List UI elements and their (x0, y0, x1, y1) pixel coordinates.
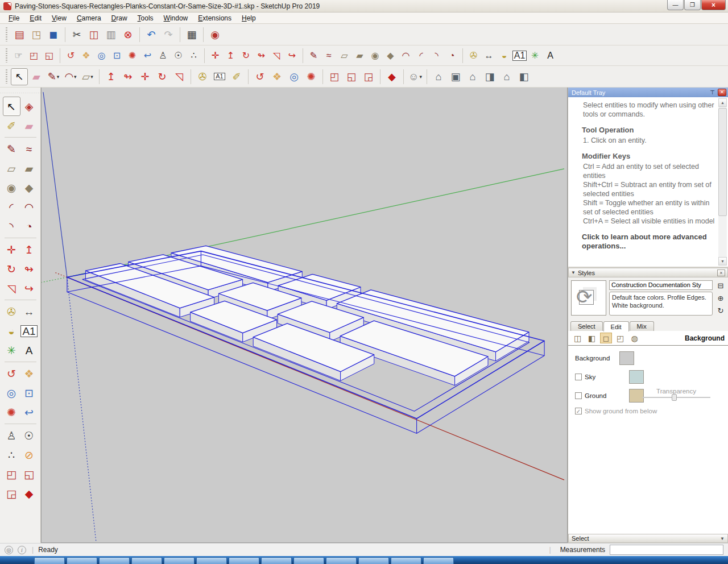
zoom-extents-tool[interactable]: ✺ (3, 403, 20, 422)
transparency-slider[interactable] (642, 397, 710, 398)
follow-me-tool[interactable]: ↬ (254, 48, 269, 63)
line-tool[interactable]: ✎▾ (45, 68, 62, 85)
zoom-window-tool[interactable]: ⊡ (109, 48, 125, 63)
view-top-tool[interactable]: ▣ (447, 68, 464, 85)
dimension-tool[interactable]: ↔ (481, 48, 497, 63)
line-tool[interactable]: ✎ (3, 139, 20, 159)
sky-color-swatch[interactable] (629, 370, 644, 384)
select-collapsed-panel[interactable]: Select ▼ (568, 534, 728, 543)
text-tool[interactable]: A1 (211, 68, 228, 85)
create-style-icon[interactable]: ⊕ (718, 294, 724, 302)
menu-item-camera[interactable]: Camera (72, 13, 106, 23)
zoom-window-tool[interactable]: ⊡ (20, 383, 38, 403)
orbit-tool[interactable]: ↺ (3, 364, 20, 383)
undo-tool[interactable]: ↶ (143, 26, 160, 43)
pan-tool[interactable]: ❖ (268, 68, 286, 85)
view-back-tool[interactable]: ⌂ (498, 68, 515, 85)
taskbar-item[interactable] (261, 557, 292, 564)
arc-tool[interactable]: ◠▾ (62, 68, 79, 85)
transparency-slider-thumb[interactable] (672, 394, 677, 401)
taskbar-item[interactable] (293, 557, 324, 564)
zoom-tool[interactable]: ◎ (94, 48, 109, 63)
tab-select[interactable]: Select (570, 321, 603, 331)
push-pull-tool[interactable]: ↥ (20, 240, 38, 259)
push-pull-tool[interactable]: ↥ (102, 68, 119, 85)
menu-item-tools[interactable]: Tools (133, 13, 159, 23)
rotated-rectangle-tool[interactable]: ▰ (20, 159, 38, 178)
style-name-field[interactable]: Construction Documentation Sty (609, 280, 713, 290)
taskbar-item[interactable] (34, 557, 65, 564)
share-component-tool[interactable]: ◲ (3, 484, 20, 503)
pie-tool[interactable]: ◔ (444, 48, 460, 63)
tray-close-icon[interactable]: ✕ (718, 89, 726, 96)
zoom-extents-tool[interactable]: ✺ (303, 68, 320, 85)
viewport-canvas[interactable] (42, 88, 567, 542)
text-tool[interactable]: A1 (512, 48, 527, 63)
get-models-tool[interactable]: ◰ (26, 48, 42, 63)
tab-edit[interactable]: Edit (603, 321, 629, 331)
previous-view-tool[interactable]: ↩ (20, 403, 38, 422)
save-tool[interactable]: ◼ (45, 26, 62, 43)
tape-measure-tool[interactable]: ✇ (194, 68, 211, 85)
move-tool[interactable]: ✛ (136, 68, 154, 85)
make-component-tool[interactable]: ◈ (20, 97, 38, 116)
tape-measure-tool[interactable]: ✇ (3, 302, 20, 321)
instructor-scrollbar[interactable]: ▲ ▼ (718, 98, 727, 266)
scale-tool[interactable]: ◹ (171, 68, 188, 85)
print-tool[interactable]: ▦ (183, 26, 200, 43)
share-model-tool[interactable]: ◱ (42, 48, 57, 63)
eraser-tool[interactable]: ▰ (28, 68, 45, 85)
tab-mix[interactable]: Mix (630, 321, 654, 331)
geolocation-icon[interactable]: ◎ (5, 546, 13, 554)
scrollbar-thumb[interactable] (718, 108, 727, 216)
follow-me-tool[interactable]: ↬ (20, 259, 38, 279)
menu-item-edit[interactable]: Edit (24, 13, 47, 23)
pin-icon[interactable]: ⊤ (708, 89, 717, 96)
menu-item-view[interactable]: View (47, 13, 72, 23)
cursor-hand-tool[interactable]: ☞ (11, 48, 26, 63)
info-icon[interactable]: i (18, 546, 26, 554)
pan-tool[interactable]: ❖ (20, 364, 38, 383)
freehand-tool[interactable]: ≈ (20, 139, 38, 159)
arc-dropdown-icon[interactable]: ▾ (74, 74, 77, 80)
rotate-tool[interactable]: ↻ (154, 68, 171, 85)
previous-view-tool[interactable]: ↩ (140, 48, 155, 63)
scroll-down-icon[interactable]: ▼ (718, 257, 727, 266)
watermark-settings-icon[interactable]: ◰ (614, 333, 626, 343)
new-tool[interactable]: ▤ (11, 26, 28, 43)
offset-tool[interactable]: ↪ (20, 279, 38, 298)
three-point-arc-tool[interactable]: ◝ (3, 217, 20, 236)
select-tool[interactable]: ↖ (11, 68, 28, 85)
orbit-tool[interactable]: ↺ (63, 48, 78, 63)
style-description-field[interactable]: Default face colors. Profile Edges. Whit… (609, 292, 713, 316)
instructor-advanced-link[interactable]: Click to learn about more advanced opera… (583, 233, 715, 251)
taskbar-item[interactable] (229, 557, 259, 564)
shapes-tool[interactable]: ▱▾ (79, 68, 96, 85)
position-camera-tool[interactable]: ♙ (155, 48, 171, 63)
rotated-rectangle-tool[interactable]: ▰ (352, 48, 367, 63)
background-color-swatch[interactable] (619, 351, 634, 365)
arc-tool[interactable]: ◠ (398, 48, 413, 63)
3d-warehouse-tool[interactable]: ◰ (326, 68, 343, 85)
look-around-tool[interactable]: ☉ (20, 426, 38, 445)
copy-tool[interactable]: ◫ (85, 26, 102, 43)
eraser-tool[interactable]: ▰ (20, 116, 38, 135)
view-front-tool[interactable]: ⌂ (464, 68, 481, 85)
push-pull-tool[interactable]: ↥ (223, 48, 238, 63)
extension-warehouse-tool[interactable]: ◆ (20, 484, 38, 503)
styles-section-header[interactable]: ▼ Styles × (568, 268, 728, 277)
arc-tool[interactable]: ◜ (3, 197, 20, 217)
taskbar-item[interactable] (391, 557, 421, 564)
face-settings-icon[interactable]: ◧ (586, 333, 598, 343)
account-dropdown-icon[interactable]: ▾ (419, 74, 422, 80)
position-camera-tool[interactable]: ♙ (3, 426, 20, 445)
background-settings-icon[interactable]: ◻ (600, 333, 612, 343)
update-style-icon[interactable]: ↻ (718, 306, 724, 315)
share-model-tool[interactable]: ◱ (20, 465, 38, 484)
menu-item-extensions[interactable]: Extensions (193, 13, 237, 23)
select-tool[interactable]: ↖ (3, 97, 20, 116)
menu-item-draw[interactable]: Draw (106, 13, 133, 23)
taskbar-item[interactable] (99, 557, 130, 564)
two-point-arc-tool[interactable]: ◜ (413, 48, 429, 63)
taskbar-item[interactable] (67, 557, 97, 564)
